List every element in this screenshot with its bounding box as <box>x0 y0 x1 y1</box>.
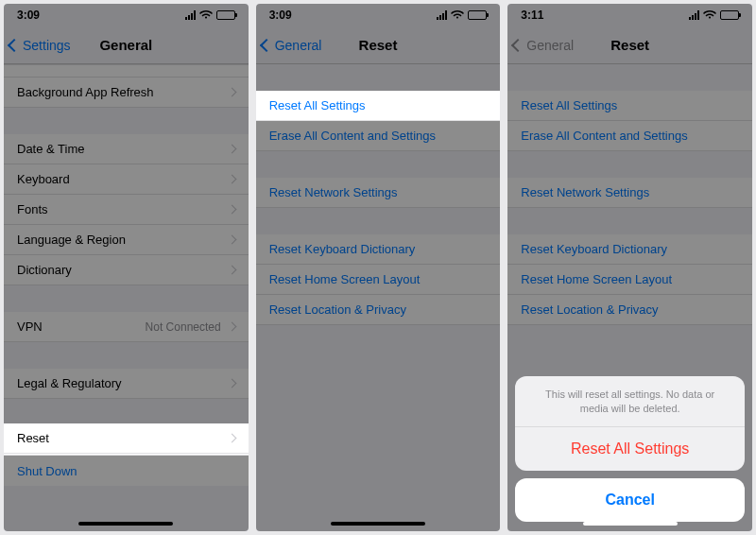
nav-title: General <box>99 37 152 53</box>
chevron-left-icon <box>511 38 524 51</box>
row-reset-highlighted[interactable]: Reset <box>4 423 249 454</box>
back-button[interactable]: General <box>262 38 322 53</box>
nav-title: Reset <box>359 37 398 53</box>
action-sheet-reset-button[interactable]: Reset All Settings <box>515 427 745 471</box>
row-keyboard[interactable]: Keyboard <box>4 164 249 195</box>
chevron-right-icon <box>227 205 236 215</box>
reset-list: Reset All Settings Erase All Content and… <box>256 64 501 531</box>
row-erase-all[interactable]: Erase All Content and Settings <box>507 121 752 151</box>
screen-reset-confirm: 3:11 General Reset Reset All Settings Er… <box>507 4 752 531</box>
home-indicator <box>331 522 425 526</box>
wifi-icon <box>199 10 213 20</box>
chevron-right-icon <box>227 322 236 332</box>
back-label: General <box>275 38 322 53</box>
chevron-right-icon <box>227 175 236 184</box>
row-date-time[interactable]: Date & Time <box>4 134 249 164</box>
chevron-right-icon <box>227 235 236 245</box>
row-label: Keyboard <box>17 172 70 186</box>
row-reset-all-highlighted[interactable]: Reset All Settings <box>256 91 501 121</box>
nav-title: Reset <box>610 37 649 53</box>
row-label: Reset Location & Privacy <box>521 302 658 317</box>
row-label: Fonts <box>17 202 48 216</box>
action-sheet: This will reset all settings. No data or… <box>515 376 745 522</box>
row-language-region[interactable]: Language & Region <box>4 225 249 255</box>
row-label: Dictionary <box>17 263 72 277</box>
row-reset-home[interactable]: Reset Home Screen Layout <box>256 265 501 295</box>
chevron-left-icon <box>8 38 21 51</box>
status-bar: 3:11 <box>507 4 752 26</box>
row-reset-keyboard[interactable]: Reset Keyboard Dictionary <box>507 234 752 265</box>
row-label: Reset Home Screen Layout <box>269 272 421 286</box>
row-label: Reset Network Settings <box>521 185 649 199</box>
row-label: Background App Refresh <box>17 85 154 99</box>
row-vpn[interactable]: VPN Not Connected <box>4 312 249 342</box>
row-label: Reset Keyboard Dictionary <box>269 242 416 256</box>
row-legal[interactable]: Legal & Regulatory <box>4 369 249 399</box>
wifi-icon <box>451 10 464 20</box>
row-label: Reset Location & Privacy <box>269 302 406 317</box>
status-bar: 3:09 <box>256 4 501 26</box>
row-fonts[interactable]: Fonts <box>4 195 249 225</box>
row-background-refresh[interactable]: Background App Refresh <box>4 78 249 108</box>
row-reset-location[interactable]: Reset Location & Privacy <box>507 295 752 325</box>
settings-list: Background App Refresh Date & Time Keybo… <box>4 64 249 531</box>
status-time: 3:09 <box>269 9 292 22</box>
chevron-right-icon <box>227 379 236 388</box>
row-label: Date & Time <box>17 142 85 156</box>
row-reset-all-settings[interactable]: Reset All Settings <box>507 91 752 121</box>
row-label: Reset All Settings <box>269 98 366 112</box>
row-label: Shut Down <box>17 464 77 478</box>
row-reset-keyboard[interactable]: Reset Keyboard Dictionary <box>256 234 501 265</box>
signal-icon <box>185 10 196 20</box>
row-reset-home[interactable]: Reset Home Screen Layout <box>507 265 752 295</box>
back-label: General <box>526 38 574 53</box>
home-indicator <box>78 522 173 526</box>
signal-icon <box>437 10 447 20</box>
row-label: Language & Region <box>17 233 126 247</box>
home-indicator <box>583 522 678 526</box>
row-label: Reset Keyboard Dictionary <box>521 242 667 256</box>
row-label: Legal & Regulatory <box>17 376 122 390</box>
chevron-right-icon <box>227 434 236 443</box>
nav-bar: Settings General <box>4 26 249 64</box>
back-button[interactable]: Settings <box>9 38 71 53</box>
row-label: VPN <box>17 319 43 334</box>
row-reset-network[interactable]: Reset Network Settings <box>507 178 752 208</box>
status-icons <box>689 10 739 20</box>
screen-reset: 3:09 General Reset Reset All Settings Er… <box>256 4 501 531</box>
status-bar: 3:09 <box>4 4 249 26</box>
row-label: Erase All Content and Settings <box>521 129 687 143</box>
chevron-right-icon <box>227 266 236 275</box>
signal-icon <box>689 10 699 20</box>
action-sheet-cancel-button[interactable]: Cancel <box>515 478 745 522</box>
row-label: Reset <box>17 431 49 445</box>
row-label: Reset Home Screen Layout <box>521 272 672 286</box>
screen-general: 3:09 Settings General Background App Ref… <box>4 4 249 531</box>
row-dictionary[interactable]: Dictionary <box>4 255 249 285</box>
battery-icon <box>468 10 487 20</box>
nav-bar: General Reset <box>507 26 752 64</box>
row-erase-all[interactable]: Erase All Content and Settings <box>256 121 501 151</box>
row-reset-network[interactable]: Reset Network Settings <box>256 178 501 208</box>
row-iphone-storage[interactable] <box>4 64 249 78</box>
battery-icon <box>720 10 739 20</box>
chevron-right-icon <box>227 145 236 154</box>
back-button[interactable]: General <box>513 38 574 53</box>
wifi-icon <box>703 10 716 20</box>
status-icons <box>185 10 235 20</box>
nav-bar: General Reset <box>256 26 501 64</box>
battery-icon <box>216 10 235 20</box>
row-label: Erase All Content and Settings <box>269 129 436 143</box>
row-label: Reset All Settings <box>521 98 617 112</box>
row-label: Reset Network Settings <box>269 185 398 199</box>
row-shutdown[interactable]: Shut Down <box>4 456 249 486</box>
status-icons <box>437 10 487 20</box>
status-time: 3:11 <box>521 9 543 22</box>
chevron-right-icon <box>227 88 236 97</box>
row-reset-location[interactable]: Reset Location & Privacy <box>256 295 501 325</box>
chevron-left-icon <box>260 38 273 51</box>
back-label: Settings <box>23 38 71 53</box>
status-time: 3:09 <box>17 9 40 22</box>
action-sheet-card: This will reset all settings. No data or… <box>515 376 745 471</box>
action-sheet-message: This will reset all settings. No data or… <box>515 376 745 427</box>
